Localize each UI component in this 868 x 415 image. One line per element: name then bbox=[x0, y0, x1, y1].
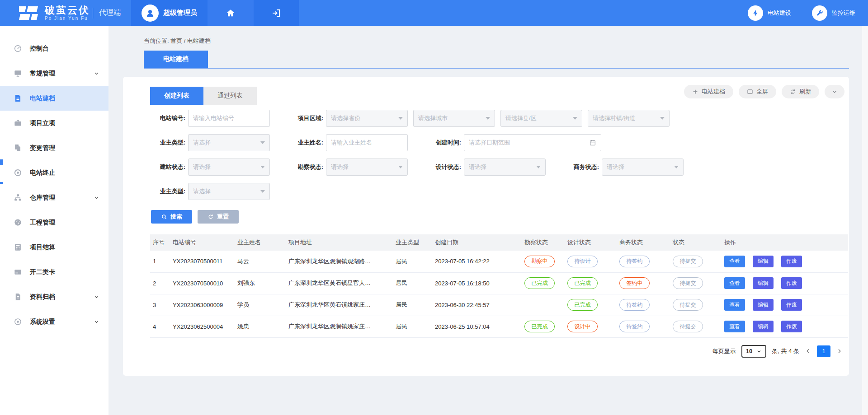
filter-label: 电站编号: bbox=[150, 114, 185, 122]
filter-text-input[interactable]: 请输入业主姓名 bbox=[326, 134, 408, 151]
card-head: 创建列表通过列表 电站建档 全屏 刷新 bbox=[123, 77, 849, 105]
region-selects: 请选择省份请选择城市请选择县/区请选择村镇/街道 bbox=[326, 110, 670, 127]
filter-select[interactable]: 请选择 bbox=[602, 159, 684, 176]
quick-link-wrench[interactable]: 监控运维 bbox=[812, 5, 855, 21]
settings-icon bbox=[14, 317, 22, 326]
plus-icon bbox=[692, 89, 698, 95]
fullscreen-button[interactable]: 全屏 bbox=[739, 85, 776, 98]
column-header: 商务状态 bbox=[617, 234, 670, 251]
void-button[interactable]: 作废 bbox=[781, 299, 802, 311]
filter-select[interactable]: 请选择 bbox=[188, 159, 270, 176]
tab-passed-list[interactable]: 通过列表 bbox=[203, 87, 257, 105]
cell-status: 待提交 bbox=[670, 272, 722, 294]
prev-page-button[interactable] bbox=[805, 348, 811, 354]
cell-station-id: YX2023063000009 bbox=[170, 294, 235, 316]
sidebar-item-document[interactable]: 电站建档 bbox=[0, 86, 108, 111]
view-button[interactable]: 查看 bbox=[724, 321, 745, 332]
create-station-button[interactable]: 电站建档 bbox=[684, 85, 733, 98]
tab-create-list[interactable]: 创建列表 bbox=[150, 87, 203, 105]
sidebar-item-briefcase[interactable]: 项目立项 bbox=[0, 111, 108, 135]
per-page-label: 每页显示 bbox=[712, 347, 736, 355]
sidebar-item-label: 项目立项 bbox=[30, 119, 55, 127]
filter-label: 项目区域: bbox=[288, 114, 323, 122]
quick-link-label: 电站建设 bbox=[768, 9, 791, 17]
column-header: 状态 bbox=[670, 234, 722, 251]
cell-owner-name: 刘强东 bbox=[235, 272, 286, 294]
filter-field: 业主姓名:请输入业主姓名 bbox=[288, 134, 408, 151]
sidebar-item-sitemap[interactable]: 仓库管理 bbox=[0, 185, 108, 210]
cell-seq: 2 bbox=[150, 272, 170, 294]
input-placeholder: 请选择日期范围 bbox=[469, 139, 510, 147]
filter-label: 勘察状态: bbox=[288, 163, 323, 171]
next-page-button[interactable] bbox=[836, 348, 843, 354]
filter-select[interactable]: 请选择村镇/街道 bbox=[588, 110, 670, 127]
filter-select[interactable]: 请选择 bbox=[188, 183, 270, 200]
sidebar-item-settings[interactable]: 系统设置 bbox=[0, 309, 108, 334]
status-badge: 待提交 bbox=[673, 277, 703, 289]
archive-icon bbox=[14, 293, 22, 301]
edit-button[interactable]: 编辑 bbox=[753, 299, 774, 311]
status-badge: 已完成 bbox=[567, 277, 598, 289]
cell-seq: 3 bbox=[150, 294, 170, 316]
sidebar-item-target[interactable]: 电站终止 bbox=[0, 160, 108, 185]
cell-station-id: YX2023070500011 bbox=[170, 251, 235, 272]
reset-button[interactable]: 重置 bbox=[198, 210, 239, 224]
cell-address: 广东深圳龙华区观澜镇姚家庄… bbox=[286, 316, 393, 337]
filter-select[interactable]: 请选择 bbox=[464, 159, 546, 176]
sidebar-item-card[interactable]: 开二类卡 bbox=[0, 260, 108, 284]
stations-table: 序号电站编号业主姓名项目地址业主类型创建日期勘察状态设计状态商务状态状态操作 1… bbox=[150, 234, 848, 338]
search-button[interactable]: 搜索 bbox=[151, 210, 192, 224]
void-button[interactable]: 作废 bbox=[781, 256, 802, 267]
sidebar-item-calculator[interactable]: 项目结算 bbox=[0, 235, 108, 260]
view-button[interactable]: 查看 bbox=[724, 256, 745, 267]
page-scrollbar[interactable] bbox=[862, 26, 868, 415]
cell-business-status: 待签约 bbox=[617, 316, 670, 337]
refresh-button[interactable]: 刷新 bbox=[782, 85, 819, 98]
filter-select[interactable]: 请选择县/区 bbox=[500, 110, 582, 127]
edit-button[interactable]: 编辑 bbox=[753, 256, 774, 267]
cell-owner-type: 居民 bbox=[393, 316, 432, 337]
cell-survey-status: 已完成 bbox=[522, 316, 565, 337]
sidebar-item-monitor[interactable]: 常规管理 bbox=[0, 61, 108, 86]
cell-created-date: 2023-07-05 16:42:22 bbox=[432, 251, 522, 272]
per-page-select[interactable]: 10 bbox=[741, 345, 766, 358]
date-range-input[interactable]: 请选择日期范围 bbox=[464, 134, 601, 151]
chevron-down-icon bbox=[94, 195, 99, 201]
quick-link-lightning[interactable]: 电站建设 bbox=[748, 5, 791, 21]
column-header: 勘察状态 bbox=[522, 234, 565, 251]
sidebar-item-archive[interactable]: 资料归档 bbox=[0, 284, 108, 309]
sidebar-item-label: 仓库管理 bbox=[30, 194, 55, 202]
filter-select[interactable]: 请选择省份 bbox=[326, 110, 408, 127]
cell-design-status: 设计中 bbox=[565, 316, 617, 337]
view-button[interactable]: 查看 bbox=[724, 299, 745, 311]
void-button[interactable]: 作废 bbox=[781, 321, 802, 332]
filter-select[interactable]: 请选择城市 bbox=[413, 110, 495, 127]
status-badge: 签约中 bbox=[619, 277, 650, 289]
home-button[interactable] bbox=[208, 0, 254, 26]
cell-actions: 查看编辑作废 bbox=[722, 316, 848, 337]
filter-select[interactable]: 请选择 bbox=[326, 159, 408, 176]
cell-address: 广东深圳龙华区观澜镇观湖路… bbox=[286, 251, 393, 272]
edit-button[interactable]: 编辑 bbox=[753, 321, 774, 332]
edit-button[interactable]: 编辑 bbox=[753, 277, 774, 289]
cell-owner-type: 居民 bbox=[393, 272, 432, 294]
logout-button[interactable] bbox=[254, 0, 299, 26]
header-quick-links: 电站建设监控运维 bbox=[748, 0, 868, 26]
cell-status: 待提交 bbox=[670, 251, 722, 272]
sidebar-item-gauge[interactable]: 工程管理 bbox=[0, 210, 108, 235]
select-placeholder: 请选择城市 bbox=[418, 114, 448, 122]
current-page-button[interactable]: 1 bbox=[817, 345, 830, 357]
void-button[interactable]: 作废 bbox=[781, 277, 802, 289]
sidebar-item-dashboard[interactable]: 控制台 bbox=[0, 36, 108, 61]
collapse-toolbar-button[interactable] bbox=[825, 85, 844, 98]
page-tab-station-filing[interactable]: 电站建档 bbox=[144, 51, 208, 68]
sidebar-item-copy[interactable]: 变更管理 bbox=[0, 135, 108, 160]
cell-design-status: 待设计 bbox=[565, 251, 617, 272]
cell-actions: 查看编辑作废 bbox=[722, 294, 848, 316]
view-button[interactable]: 查看 bbox=[724, 277, 745, 289]
caret-down-icon bbox=[536, 166, 541, 168]
status-badge: 待签约 bbox=[619, 321, 650, 332]
filter-select[interactable]: 请选择 bbox=[188, 134, 270, 151]
filter-text-input[interactable]: 请输入电站编号 bbox=[188, 110, 270, 127]
user-menu[interactable]: 超级管理员 bbox=[131, 0, 208, 26]
